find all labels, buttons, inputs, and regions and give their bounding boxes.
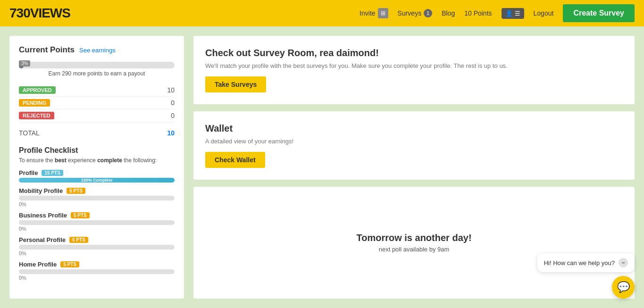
checklist-item-profile: Profile 15 PTS 100% Complete xyxy=(19,169,175,183)
profile-item-label: Profile xyxy=(19,169,38,176)
business-percent: 0% xyxy=(19,226,175,232)
points-table: APPROVED 10 PENDING 0 REJECTED 0 xyxy=(19,84,175,122)
business-progress-bg xyxy=(19,220,175,225)
points-nav-item: 10 Points xyxy=(464,9,492,17)
chat-message: Hi! How can we help you? xyxy=(544,259,615,266)
mobility-pts-badge: 5 PTS xyxy=(67,188,85,194)
checklist-item-mobility: Mobility Profile 5 PTS 0% xyxy=(19,187,175,207)
current-points-title: Current Points xyxy=(19,45,75,55)
progress-badge: 3% xyxy=(19,60,30,67)
surveys-label: Surveys xyxy=(398,9,422,17)
chat-open-button[interactable]: 💬 xyxy=(612,276,635,299)
invite-icon: ⊞ xyxy=(378,8,388,18)
pending-badge: PENDING xyxy=(19,99,50,107)
total-value: 10 xyxy=(167,129,175,137)
checklist-item-profile-header: Profile 15 PTS xyxy=(19,169,175,176)
profile-progress-fill: 100% Complete xyxy=(19,178,175,183)
points-label: 10 Points xyxy=(464,9,492,17)
points-progress: 3% Earn 290 more points to earn a payout xyxy=(19,62,175,77)
home-item-label: Home Profile xyxy=(19,261,57,268)
pending-value: 0 xyxy=(171,99,175,107)
chat-widget: Hi! How can we help you? − 💬 xyxy=(537,253,635,299)
rejected-badge: REJECTED xyxy=(19,112,54,119)
header: 730VIEWS Invite ⊞ Surveys 1 Blog 10 Poin… xyxy=(0,0,644,26)
logout-button[interactable]: Logout xyxy=(534,9,554,17)
wallet-card: Wallet A detailed view of your earnings!… xyxy=(193,111,635,180)
rejected-value: 0 xyxy=(171,112,175,119)
progress-bar-background: 3% xyxy=(19,62,175,68)
profile-progress-bg: 100% Complete xyxy=(19,178,175,183)
chat-close-button[interactable]: − xyxy=(619,258,628,267)
wallet-subtitle: A detailed view of your earnings! xyxy=(205,138,623,145)
personal-progress-bg xyxy=(19,245,175,250)
home-percent: 0% xyxy=(19,275,175,281)
approved-badge: APPROVED xyxy=(19,86,56,94)
chat-bubble: Hi! How can we help you? − xyxy=(537,253,635,272)
survey-room-subtitle: We'll match your profile with the best s… xyxy=(205,62,623,69)
home-item-header: Home Profile 5 PTS xyxy=(19,261,175,268)
rejected-row: REJECTED 0 xyxy=(19,109,175,122)
total-row: TOTAL 10 xyxy=(19,127,175,139)
business-item-label: Business Profile xyxy=(19,212,67,219)
profile-pts-badge: 15 PTS xyxy=(42,170,63,176)
checklist-title: Profile Checklist xyxy=(19,146,175,155)
menu-icon: ☰ xyxy=(515,10,520,17)
surveys-nav-item[interactable]: Surveys 1 xyxy=(398,9,433,17)
survey-room-title: Check out Survey Room, rea daimond! xyxy=(205,48,623,58)
see-earnings-link[interactable]: See earnings xyxy=(79,47,116,54)
check-wallet-button[interactable]: Check Wallet xyxy=(205,152,265,168)
mobility-item-label: Mobility Profile xyxy=(19,187,63,194)
mobility-item-header: Mobility Profile 5 PTS xyxy=(19,187,175,194)
survey-room-card: Check out Survey Room, rea daimond! We'l… xyxy=(193,36,635,104)
profile-icon: 👤 xyxy=(505,10,513,17)
profile-menu-button[interactable]: 👤 ☰ xyxy=(502,8,524,19)
main-nav: Invite ⊞ Surveys 1 Blog 10 Points 👤 ☰ Lo… xyxy=(360,4,635,22)
left-panel: Current Points See earnings 3% Earn 290 … xyxy=(9,36,184,299)
checklist-subtitle: To ensure the best experience complete t… xyxy=(19,157,175,164)
blog-label: Blog xyxy=(442,9,455,17)
checklist-item-personal: Personal Profile 5 PTS 0% xyxy=(19,236,175,256)
poll-subtitle: next poll available by 9am xyxy=(379,246,450,253)
chat-icon: 💬 xyxy=(617,281,630,293)
profile-checklist: Profile Checklist To ensure the best exp… xyxy=(19,146,175,281)
home-pts-badge: 5 PTS xyxy=(60,261,79,267)
mobility-percent: 0% xyxy=(19,201,175,207)
personal-percent: 0% xyxy=(19,250,175,256)
invite-nav-item[interactable]: Invite ⊞ xyxy=(360,8,388,18)
business-pts-badge: 5 PTS xyxy=(71,212,90,218)
mobility-progress-bg xyxy=(19,196,175,200)
take-surveys-button[interactable]: Take Surveys xyxy=(205,76,266,92)
total-label: TOTAL xyxy=(19,129,40,137)
create-survey-button[interactable]: Create Survey xyxy=(563,4,635,22)
approved-value: 10 xyxy=(167,86,175,94)
checklist-item-business: Business Profile 5 PTS 0% xyxy=(19,212,175,232)
blog-nav-item[interactable]: Blog xyxy=(442,9,455,17)
wallet-title: Wallet xyxy=(205,123,623,134)
approved-row: APPROVED 10 xyxy=(19,84,175,97)
checklist-item-home: Home Profile 5 PTS 0% xyxy=(19,261,175,281)
surveys-badge: 1 xyxy=(424,9,432,17)
home-progress-bg xyxy=(19,269,175,274)
business-item-header: Business Profile 5 PTS xyxy=(19,212,175,219)
personal-pts-badge: 5 PTS xyxy=(69,237,88,243)
pending-row: PENDING 0 xyxy=(19,97,175,109)
personal-item-label: Personal Profile xyxy=(19,236,66,243)
poll-title: Tomorrow is another day! xyxy=(356,233,471,243)
current-points-header: Current Points See earnings xyxy=(19,45,175,55)
logo: 730VIEWS xyxy=(9,6,70,21)
progress-earn-text: Earn 290 more points to earn a payout xyxy=(19,70,175,77)
invite-label: Invite xyxy=(360,9,375,17)
personal-item-header: Personal Profile 5 PTS xyxy=(19,236,175,243)
